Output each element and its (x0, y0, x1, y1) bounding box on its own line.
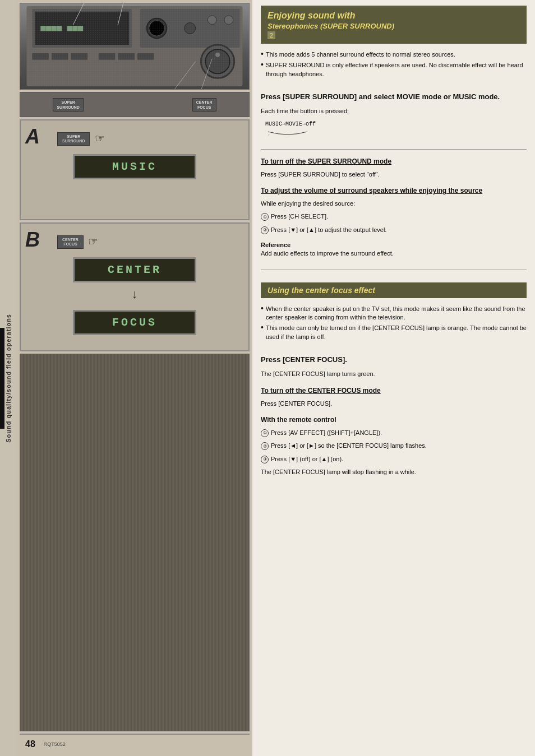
bullet-text-1: This mode adds 5 channel surround effect… (266, 50, 455, 59)
sidebar-label: Sound quality/sound field operations (5, 314, 12, 443)
divider-1 (261, 149, 527, 150)
turn-off-center-body: Press [CENTER FOCUS]. (261, 400, 527, 408)
turn-off-center-heading: To turn off the CENTER FOCUS mode (261, 387, 527, 395)
lamp-turns-green: The [CENTER FOCUS] lamp turns green. (261, 370, 527, 378)
adjust-step-2-text: Press [▼] or [▲] to adjust the output le… (271, 226, 386, 234)
adjust-step-1: ① Press [CH SELECT]. (261, 212, 527, 221)
hand-icon-a: ☞ (95, 132, 105, 145)
center-bullets: • When the center speaker is put on the … (261, 305, 527, 344)
center-focus-button-area: CENTERFOCUS ☞ (57, 235, 243, 249)
title-line1: Enjoying sound with (268, 10, 520, 22)
title-banner: Enjoying sound with Stereophonics (SUPER… (261, 6, 527, 44)
title-num: 2 (268, 31, 275, 39)
page-footer: 48 RQT5052 (20, 734, 250, 753)
remote-footer: The [CENTER FOCUS] lamp will stop flashi… (261, 468, 527, 476)
remote-step-3-text: Press [▼] (off) or [▲] (on). (271, 455, 343, 463)
annotation-lines (50, 0, 163, 25)
reference-body: Add audio effects to improve the surroun… (261, 249, 527, 258)
sidebar: Sound quality/sound field operations (0, 0, 17, 756)
step-num-1: ① (261, 213, 269, 221)
center-bullet-dot-2: • (261, 323, 264, 341)
center-focus-label: CENTER FOCUS (192, 98, 216, 112)
bullet-1: • This mode adds 5 channel surround effe… (261, 50, 527, 59)
remote-step-1: ① Press [AV EFFECT] ([SHIFT]+[ANGLE]). (261, 429, 527, 437)
turn-off-center-heading-text: To turn off the CENTER FOCUS mode (261, 387, 381, 395)
arrow-down: ↓ (26, 287, 243, 302)
adjust-step-2: ② Press [▼] or [▲] to adjust the output … (261, 226, 527, 234)
hand-icon-b: ☞ (88, 235, 98, 248)
device-controls-mid: SUPER SURROUND CENTER FOCUS (20, 92, 250, 117)
sequence: MUSIC→MOVIE→off (261, 120, 527, 128)
adjust-step-1-text: Press [CH SELECT]. (271, 212, 328, 221)
rqt-code: RQT5052 (44, 741, 66, 747)
svg-line-24 (118, 3, 123, 25)
center-bullet-text-2: This mode can only be turned on if the [… (266, 324, 527, 341)
remote-heading: With the remote control (261, 416, 527, 424)
turn-off-super-heading-text: To turn off the SUPER SURROUND mode (261, 157, 391, 165)
super-surround-button-area: SUPERSURROUND ☞ (57, 132, 243, 146)
press-center-focus: Press [CENTER FOCUS]. (261, 355, 527, 365)
section-b: B CENTERFOCUS ☞ CENTER ↓ FOCUS (20, 222, 250, 351)
display-focus-text: FOCUS (112, 316, 157, 329)
reference-heading: Reference (261, 242, 527, 248)
section-a: A SUPERSURROUND ☞ MUSIC (20, 119, 250, 220)
display-center-text: CENTER (108, 263, 162, 276)
bullet-text-2: SUPER SURROUND is only effective if spea… (266, 61, 527, 78)
remote-step-2: ② Press [◄] or [►] so the [CENTER FOCUS]… (261, 442, 527, 450)
title-line2: Stereophonics (SUPER SURROUND) (268, 22, 520, 30)
remote-step-1-text: Press [AV EFFECT] ([SHIFT]+[ANGLE]). (271, 429, 382, 437)
bullet-dot-2: • (261, 61, 264, 78)
sidebar-black-bar (0, 328, 4, 429)
center-focus-btn[interactable]: CENTERFOCUS (57, 235, 84, 249)
display-focus: FOCUS (73, 310, 196, 335)
adjust-heading-text: To adjust the volume of surround speaker… (261, 187, 482, 194)
remote-heading-text: With the remote control (261, 416, 336, 424)
display-music-text: MUSIC (112, 160, 157, 173)
adjust-intro: While enjoying the desired source: (261, 200, 527, 208)
remote-step-2-text: Press [◄] or [►] so the [CENTER FOCUS] l… (271, 442, 427, 450)
remote-step-num-2: ② (261, 442, 269, 450)
svg-text:↑: ↑ (268, 133, 270, 137)
display-music: MUSIC (73, 154, 196, 179)
each-time-label: Each time the button is pressed; (261, 107, 527, 115)
main-instruction: Press [SUPER SURROUND] and select MOVIE … (261, 92, 527, 102)
reference-section: Reference Add audio effects to improve t… (261, 242, 527, 259)
remote-step-num-3: ③ (261, 456, 269, 463)
page-number: 48 (25, 739, 35, 749)
remote-step-num-1: ① (261, 429, 269, 437)
sequence-arrow: ↑ (265, 131, 527, 139)
center-bullet-2: • This mode can only be turned on if the… (261, 324, 527, 341)
turn-off-super-heading: To turn off the SUPER SURROUND mode (261, 157, 527, 165)
decorative-bottom-image (20, 354, 250, 731)
left-panel: ■■■■ ■■■ (17, 0, 252, 756)
adjust-heading: To adjust the volume of surround speaker… (261, 187, 527, 194)
section-b-label: B (25, 228, 40, 252)
step-num-2: ② (261, 226, 269, 234)
bullet-dot-1: • (261, 50, 264, 59)
center-bullet-dot-1: • (261, 304, 264, 322)
divider-2 (261, 270, 527, 270)
center-bullet-1: • When the center speaker is put on the … (261, 305, 527, 322)
svg-line-23 (73, 3, 84, 25)
super-surround-btn[interactable]: SUPERSURROUND (57, 132, 90, 146)
bullet-2: • SUPER SURROUND is only effective if sp… (261, 61, 527, 78)
center-focus-banner-text: Using the center focus effect (268, 286, 520, 295)
remote-step-3: ③ Press [▼] (off) or [▲] (on). (261, 455, 527, 463)
top-bullets: • This mode adds 5 channel surround effe… (261, 50, 527, 81)
right-panel: Enjoying sound with Stereophonics (SUPER… (252, 0, 535, 756)
center-focus-banner: Using the center focus effect (261, 282, 527, 298)
turn-off-super-body: Press [SUPER SURROUND] to select "off". (261, 170, 527, 179)
display-center: CENTER (73, 257, 196, 282)
super-surround-label: SUPER SURROUND (53, 98, 83, 112)
section-a-label: A (25, 125, 40, 149)
center-bullet-text-1: When the center speaker is put on the TV… (266, 305, 527, 322)
